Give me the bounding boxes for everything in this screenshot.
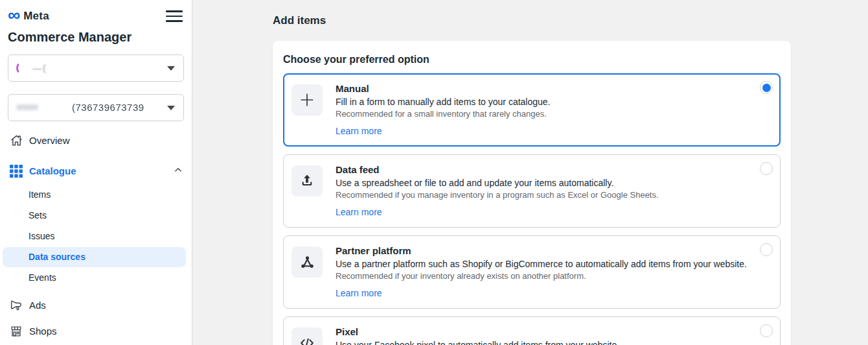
option-title: Partner platform	[336, 244, 747, 257]
option-description: Fill in a form to manually add items to …	[336, 95, 551, 108]
option-manual[interactable]: Manual Fill in a form to manually add it…	[283, 73, 781, 147]
hamburger-menu-icon[interactable]	[166, 8, 183, 24]
radio-data-feed[interactable]	[760, 162, 773, 175]
sidebar-item-overview[interactable]: Overview	[0, 128, 192, 154]
radio-partner-platform[interactable]	[760, 243, 773, 256]
radio-manual[interactable]	[760, 81, 773, 94]
sidebar-item-label: Items	[29, 189, 51, 200]
sidebar-header: ∞ Meta	[0, 0, 192, 24]
chevron-up-icon[interactable]	[174, 165, 183, 176]
business-account-dropdown[interactable]: —(	[8, 54, 184, 82]
main-content: Add items Choose your preferred option M…	[192, 0, 868, 345]
app-title: Commerce Manager	[0, 24, 192, 45]
catalogue-dropdown[interactable]: (736739673739	[8, 94, 184, 121]
sidebar-item-issues[interactable]: Issues	[3, 226, 186, 246]
account-avatar	[16, 62, 27, 75]
page-title: Add items	[273, 14, 868, 27]
sidebar-item-ads[interactable]: Ads	[0, 292, 192, 318]
option-description: Use a partner platform such as Shopify o…	[336, 257, 747, 270]
sidebar-nav: Overview Catalogue Items Sets Issues	[0, 128, 192, 344]
storefront-icon	[9, 324, 23, 339]
catalogue-dropdown-value: (736739673739	[72, 102, 144, 113]
sidebar-item-label: Overview	[29, 135, 70, 146]
sidebar-item-label: Shops	[29, 326, 57, 337]
option-title: Pixel	[336, 326, 619, 338]
sidebar-item-sets[interactable]: Sets	[3, 206, 186, 226]
sidebar-item-events[interactable]: Events	[3, 268, 186, 288]
sidebar-item-data-sources[interactable]: Data sources	[3, 247, 186, 267]
network-icon	[291, 246, 323, 278]
account-dropdown-value: —(	[32, 63, 47, 73]
chevron-down-icon	[167, 66, 175, 71]
sidebar-item-label: Sets	[29, 210, 47, 220]
option-title: Manual	[336, 82, 551, 95]
sidebar-item-shops[interactable]: Shops	[0, 318, 192, 344]
megaphone-icon	[9, 298, 23, 313]
add-items-card: Choose your preferred option Manual Fill…	[273, 41, 791, 345]
meta-logo: ∞ Meta	[8, 10, 49, 23]
option-data-feed[interactable]: Data feed Use a spreadsheet or file to a…	[283, 154, 781, 228]
sidebar-item-items[interactable]: Items	[3, 185, 186, 205]
option-title: Data feed	[336, 163, 659, 176]
grid-icon	[9, 164, 23, 178]
option-partner-platform[interactable]: Partner platform Use a partner platform …	[283, 235, 781, 309]
card-title: Choose your preferred option	[283, 54, 781, 65]
sidebar-item-catalogue[interactable]: Catalogue	[0, 158, 192, 184]
meta-infinity-icon: ∞	[8, 10, 20, 20]
home-icon	[9, 134, 23, 148]
option-description: Use your Facebook pixel to automatically…	[336, 339, 619, 345]
plus-icon	[291, 84, 323, 115]
learn-more-link[interactable]: Learn more	[336, 125, 382, 137]
sidebar-item-label: Events	[29, 272, 56, 283]
option-pixel[interactable]: Pixel Use your Facebook pixel to automat…	[283, 316, 781, 345]
sidebar-item-label: Catalogue	[29, 165, 76, 176]
sidebar-item-label: Data sources	[29, 252, 86, 262]
upload-icon	[291, 165, 323, 196]
sidebar-item-label: Ads	[29, 300, 46, 311]
sidebar: ∞ Meta Commerce Manager —( (736739673739…	[0, 0, 192, 345]
option-recommendation: Recommended if your inventory already ex…	[336, 271, 747, 281]
meta-wordmark: Meta	[23, 10, 49, 23]
sidebar-item-label: Issues	[29, 231, 54, 241]
learn-more-link[interactable]: Learn more	[336, 287, 382, 300]
option-recommendation: Recommended for a small inventory that r…	[336, 109, 551, 119]
chevron-down-icon	[167, 106, 175, 110]
code-icon	[291, 327, 323, 345]
option-description: Use a spreadsheet or file to add and upd…	[336, 176, 659, 189]
radio-pixel[interactable]	[760, 324, 773, 337]
option-recommendation: Recommended if you manage inventory in a…	[336, 190, 659, 200]
learn-more-link[interactable]: Learn more	[336, 206, 382, 219]
catalogue-name-redacted	[16, 104, 38, 110]
